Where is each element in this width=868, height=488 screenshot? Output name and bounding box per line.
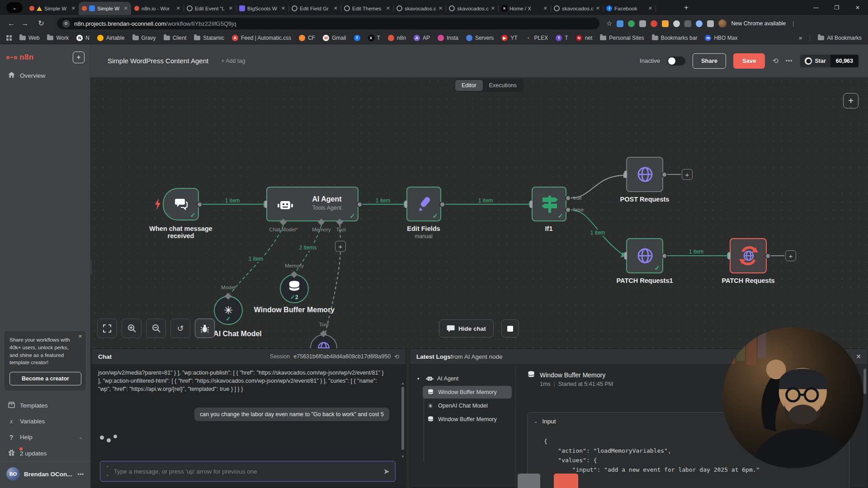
if1-true-output-port[interactable]	[565, 195, 571, 201]
patch1-output-port[interactable]	[661, 253, 667, 259]
browser-tab-1[interactable]: Simple W✕	[79, 2, 131, 15]
log-tree-item-window-buffer-memory[interactable]: Window Buffer Memory	[423, 413, 512, 426]
bookmark-gravy[interactable]: Gravy	[132, 35, 156, 41]
browser-tab-11[interactable]: fFacebook✕	[603, 2, 656, 15]
extension-icon-5[interactable]	[673, 20, 680, 27]
bookmark-t[interactable]: TT	[556, 35, 568, 41]
log-tree-item-ai-agent[interactable]: ▾AI Agent	[414, 372, 512, 385]
tab-close-icon[interactable]: ✕	[71, 5, 75, 11]
scroll-up-icon[interactable]: ▲	[401, 381, 405, 385]
browser-tab-4[interactable]: BigScoots W✕	[236, 2, 288, 15]
tab-close-icon[interactable]: ✕	[543, 5, 547, 11]
all-bookmarks[interactable]: All Bookmarks	[818, 35, 862, 41]
active-toggle[interactable]	[667, 56, 685, 66]
n8n-logo[interactable]: n8n	[6, 53, 34, 62]
bookmark-personal-sites[interactable]: Personal Sites	[600, 35, 644, 41]
bookmark-yt[interactable]: ▶YT	[501, 35, 517, 41]
bookmark-web[interactable]: Web	[19, 35, 39, 41]
bookmark-fb[interactable]: f	[354, 35, 360, 41]
browser-tab-8[interactable]: skavocados.c✕	[446, 2, 498, 15]
bookmark-gmail[interactable]: MGmail	[323, 35, 346, 41]
chrome-profile-avatar[interactable]	[718, 19, 726, 28]
node-openai-chat-model[interactable]: ✳ ✓	[214, 296, 243, 325]
add-node-button[interactable]: +	[843, 93, 859, 108]
browser-tab-5[interactable]: Edit Field Gr✕	[288, 2, 341, 15]
bookmark-airtable[interactable]: Airtable	[97, 35, 125, 41]
chevron-up-icon[interactable]: ⌃	[106, 466, 109, 470]
minimize-button[interactable]: —	[806, 0, 826, 15]
tab-close-icon[interactable]: ✕	[281, 5, 285, 11]
more-options-icon[interactable]: •••	[786, 58, 793, 64]
github-star-widget[interactable]: ⬤Star 60,963	[800, 54, 859, 68]
bookmark-hbo-max[interactable]: mHBO Max	[705, 35, 737, 41]
chrome-menu-icon[interactable]: ⋮	[790, 20, 796, 27]
forward-button[interactable]: →	[18, 19, 32, 28]
node-patch-requests[interactable]	[730, 238, 767, 273]
site-info-icon[interactable]: ⚙	[62, 20, 70, 28]
bookmark-cf[interactable]: CF	[299, 35, 315, 41]
patch-add-node-button[interactable]: +	[785, 250, 796, 261]
close-button[interactable]: ✕	[847, 0, 868, 15]
tab-close-icon[interactable]: ✕	[596, 5, 600, 11]
bookmark-n[interactable]: NN	[76, 35, 90, 41]
tab-close-icon[interactable]: ✕	[124, 5, 128, 11]
node-window-buffer-memory[interactable]: ✓2	[280, 274, 309, 303]
back-button[interactable]: ←	[5, 19, 18, 28]
send-icon[interactable]: ➤	[383, 467, 390, 476]
bookmark-work[interactable]: Work	[47, 35, 69, 41]
bookmark-servers[interactable]: Servers	[466, 35, 494, 41]
edit-fields-output-port[interactable]	[439, 202, 445, 207]
hide-chat-button[interactable]: Hide chat	[439, 319, 494, 338]
workflow-title[interactable]: Simple WordPress Content Agent	[108, 57, 208, 65]
tab-close-icon[interactable]: ✕	[439, 5, 443, 11]
sidebar-item-updates[interactable]: 2 updates	[0, 445, 90, 461]
sidebar-item-overview[interactable]: Overview	[0, 68, 90, 84]
history-icon[interactable]: ⟲	[772, 56, 778, 65]
new-workflow-button[interactable]: +	[73, 52, 85, 63]
bookmark-ap[interactable]: AAP	[414, 35, 430, 41]
sidebar-item-help[interactable]: ? Help ⌄	[0, 429, 90, 445]
sidebar-item-variables[interactable]: x Variables	[0, 413, 90, 429]
bookmark-n8n[interactable]: n8n	[388, 35, 406, 41]
browser-tab-9[interactable]: XHome / X✕	[498, 2, 551, 15]
zoom-out-button[interactable]	[146, 319, 166, 338]
browser-tab-0[interactable]: Simple W✕	[26, 2, 79, 15]
sidebar-item-templates[interactable]: Templates	[0, 398, 90, 413]
bookmarks-overflow-chevron[interactable]: »	[799, 34, 802, 41]
extension-icon-2[interactable]	[639, 20, 646, 27]
scrollbar-thumb[interactable]	[863, 369, 866, 394]
apps-grid-icon[interactable]	[6, 35, 12, 41]
extension-icon-8[interactable]	[707, 20, 714, 27]
close-icon[interactable]: ✕	[78, 333, 82, 339]
extension-icon-1[interactable]	[628, 20, 635, 27]
tab-close-icon[interactable]: ✕	[229, 5, 233, 11]
bug-button[interactable]	[195, 319, 215, 338]
node-post-requests[interactable]	[626, 157, 663, 192]
tab-close-icon[interactable]: ✕	[386, 5, 390, 11]
browser-tab-2[interactable]: n8n.io - Wor✕	[131, 2, 184, 15]
restore-button[interactable]: ❐	[826, 0, 847, 15]
reload-button[interactable]: ↻	[34, 19, 48, 28]
log-tree-item-window-buffer-memory[interactable]: Window Buffer Memory	[423, 386, 512, 399]
chat-input[interactable]	[114, 468, 379, 475]
stop-execution-button[interactable]	[501, 319, 519, 338]
patch-output-port[interactable]	[765, 253, 771, 259]
tab-close-icon[interactable]: ✕	[648, 5, 652, 11]
post-output-port[interactable]	[661, 172, 667, 178]
tab-editor[interactable]: Editor	[455, 80, 483, 91]
browser-tab-6[interactable]: Edit Themes✕	[341, 2, 393, 15]
extension-icon-0[interactable]	[617, 20, 623, 27]
tab-close-icon[interactable]: ✕	[176, 5, 180, 11]
scroll-down-icon[interactable]: ▼	[401, 455, 405, 459]
node-patch-requests1[interactable]: ✓	[626, 238, 663, 273]
node-ai-agent[interactable]: AI Agent Tools Agent ✓	[266, 187, 359, 221]
browser-tab-10[interactable]: skavocados.c✕	[551, 2, 603, 15]
browser-tab-3[interactable]: Edit Event “L✕	[184, 2, 236, 15]
agent-output-port[interactable]	[357, 202, 363, 207]
extension-icon-4[interactable]	[662, 20, 669, 27]
bookmark-plex[interactable]: ›PLEX	[525, 35, 548, 41]
chrome-update-pill[interactable]: New Chrome available	[731, 20, 786, 27]
chevron-down-icon[interactable]: ▾	[417, 376, 422, 381]
node-if1[interactable]: ✓	[532, 187, 566, 221]
add-tag-button[interactable]: + Add tag	[221, 58, 245, 64]
